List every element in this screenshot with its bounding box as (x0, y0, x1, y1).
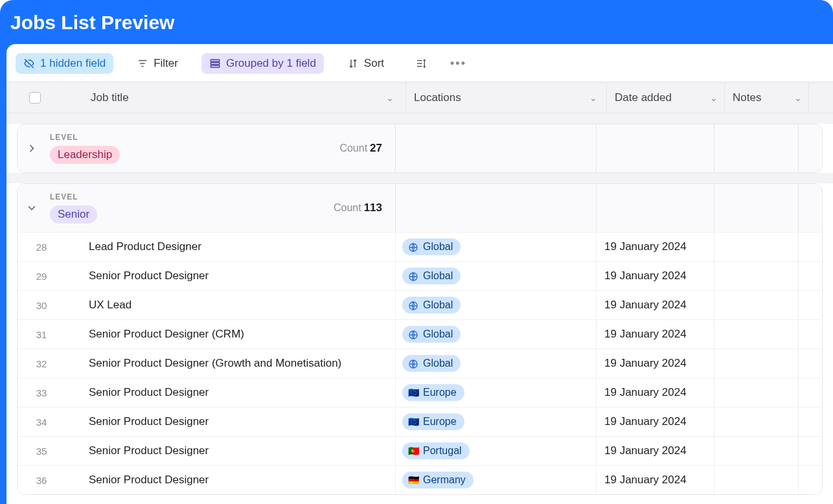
location-name: Global (423, 241, 453, 253)
location-pill: 🇪🇺Europe (402, 384, 464, 401)
table-row[interactable]: 35Senior Product Designer🇵🇹Portugal19 Ja… (17, 436, 822, 465)
row-number: 32 (17, 349, 65, 378)
cell-locations[interactable]: Global (396, 233, 597, 261)
location-name: Global (423, 328, 453, 340)
cell-notes[interactable] (714, 320, 799, 349)
location-name: Portugal (423, 445, 462, 457)
cell-job-title[interactable]: Lead Product Designer (89, 233, 396, 261)
cell-date-added[interactable]: 19 January 2024 (597, 407, 714, 436)
cell-notes[interactable] (714, 407, 799, 436)
flag-icon: 🇵🇹 (407, 446, 419, 455)
svg-rect-2 (211, 65, 220, 67)
row-height-button[interactable] (407, 54, 435, 73)
location-name: Global (423, 270, 453, 282)
table-row[interactable]: 34Senior Product Designer🇪🇺Europe19 Janu… (17, 407, 822, 436)
cell-notes[interactable] (714, 437, 799, 465)
group-header[interactable]: LEVEL Senior Count113 (17, 184, 822, 232)
more-button[interactable]: ••• (450, 57, 466, 71)
row-height-icon (415, 58, 427, 69)
cell-date-added[interactable]: 19 January 2024 (597, 262, 714, 290)
column-header-locations[interactable]: Locations ⌄ (405, 82, 606, 113)
cell-date-added[interactable]: 19 January 2024 (597, 233, 714, 261)
eye-off-icon (23, 58, 35, 69)
cell-notes[interactable] (714, 262, 799, 290)
table-row[interactable]: 36Senior Product Designer🇩🇪Germany19 Jan… (17, 465, 822, 494)
chevron-down-icon[interactable] (25, 201, 38, 214)
content-panel: 1 hidden field Filter Grouped by 1 field… (6, 44, 833, 504)
table-row[interactable]: 31Senior Product Designer (CRM)Global19 … (17, 319, 822, 349)
group-leadership: LEVEL Leadership Count27 (17, 124, 823, 173)
group-senior: LEVEL Senior Count113 28Lead Product Des… (17, 183, 823, 495)
location-name: Europe (423, 416, 457, 428)
cell-date-added[interactable]: 19 January 2024 (597, 466, 714, 494)
row-number: 28 (17, 233, 65, 261)
group-field-label: LEVEL (50, 133, 120, 142)
grouped-by-chip[interactable]: Grouped by 1 field (201, 53, 324, 74)
group-header[interactable]: LEVEL Leadership Count27 (17, 124, 822, 172)
cell-job-title[interactable]: UX Lead (89, 291, 396, 319)
row-number: 33 (17, 378, 65, 407)
filter-button[interactable]: Filter (129, 53, 186, 74)
column-label: Job title (91, 91, 129, 104)
cell-locations[interactable]: Global (396, 262, 597, 290)
sort-button[interactable]: Sort (339, 53, 392, 74)
cell-notes[interactable] (714, 291, 799, 319)
column-header-date-added[interactable]: Date added ⌄ (606, 82, 724, 113)
group-count: Count27 (339, 142, 382, 155)
location-pill: Global (402, 268, 461, 284)
cell-notes[interactable] (714, 349, 799, 378)
group-count: Count113 (334, 201, 382, 214)
table-row[interactable]: 28Lead Product DesignerGlobal19 January … (17, 232, 822, 261)
cell-locations[interactable]: Global (396, 349, 597, 378)
column-header-extra (808, 82, 833, 113)
location-pill: Global (402, 238, 461, 255)
row-number: 31 (17, 320, 65, 349)
cell-job-title[interactable]: Senior Product Designer (89, 378, 396, 407)
cell-job-title[interactable]: Senior Product Designer (89, 407, 396, 436)
cell-locations[interactable]: 🇵🇹Portugal (396, 437, 597, 465)
cell-locations[interactable]: Global (396, 320, 597, 349)
cell-date-added[interactable]: 19 January 2024 (597, 437, 714, 465)
cell-notes[interactable] (714, 378, 799, 407)
cell-date-added[interactable]: 19 January 2024 (597, 320, 714, 349)
cell-date-added[interactable]: 19 January 2024 (597, 378, 714, 407)
cell-job-title[interactable]: Senior Product Designer (89, 262, 396, 290)
cell-locations[interactable]: 🇪🇺Europe (396, 407, 597, 436)
cell-locations[interactable]: Global (396, 291, 597, 319)
column-header-job-title[interactable]: Job title ⌄ (63, 91, 405, 104)
cell-notes[interactable] (714, 233, 799, 261)
select-all-checkbox[interactable] (29, 92, 41, 104)
table-row[interactable]: 33Senior Product Designer🇪🇺Europe19 Janu… (17, 378, 822, 407)
cell-job-title[interactable]: Senior Product Designer (CRM) (89, 320, 396, 349)
location-pill: 🇵🇹Portugal (402, 442, 470, 459)
row-number: 30 (17, 291, 65, 319)
table-row[interactable]: 29Senior Product DesignerGlobal19 Januar… (17, 261, 822, 290)
group-tag: Leadership (50, 146, 120, 164)
table-row[interactable]: 30UX LeadGlobal19 January 2024 (17, 290, 822, 319)
column-header-notes[interactable]: Notes ⌄ (724, 82, 808, 113)
location-pill: 🇪🇺Europe (402, 413, 464, 430)
cell-job-title[interactable]: Senior Product Designer (Growth and Mone… (89, 349, 396, 378)
cell-job-title[interactable]: Senior Product Designer (89, 466, 396, 494)
cell-date-added[interactable]: 19 January 2024 (597, 291, 714, 319)
chevron-right-icon[interactable] (25, 142, 38, 155)
table-row[interactable]: 32Senior Product Designer (Growth and Mo… (17, 349, 822, 378)
cell-date-added[interactable]: 19 January 2024 (597, 349, 714, 378)
group-field-label: LEVEL (50, 192, 97, 201)
globe-icon (407, 242, 419, 251)
flag-icon: 🇩🇪 (407, 475, 419, 485)
hidden-fields-chip[interactable]: 1 hidden field (16, 53, 113, 74)
page-title: Jobs List Preview (10, 12, 823, 34)
group-icon (209, 58, 221, 69)
location-name: Global (423, 358, 453, 369)
row-number: 29 (17, 262, 65, 290)
cell-notes[interactable] (714, 466, 799, 494)
globe-icon (407, 359, 419, 368)
cell-locations[interactable]: 🇩🇪Germany (396, 466, 597, 494)
group-tag: Senior (50, 205, 97, 223)
cell-job-title[interactable]: Senior Product Designer (89, 437, 396, 465)
globe-icon (407, 271, 419, 281)
select-all-cell[interactable] (6, 92, 63, 104)
cell-locations[interactable]: 🇪🇺Europe (396, 378, 597, 407)
column-label: Locations (414, 91, 461, 104)
